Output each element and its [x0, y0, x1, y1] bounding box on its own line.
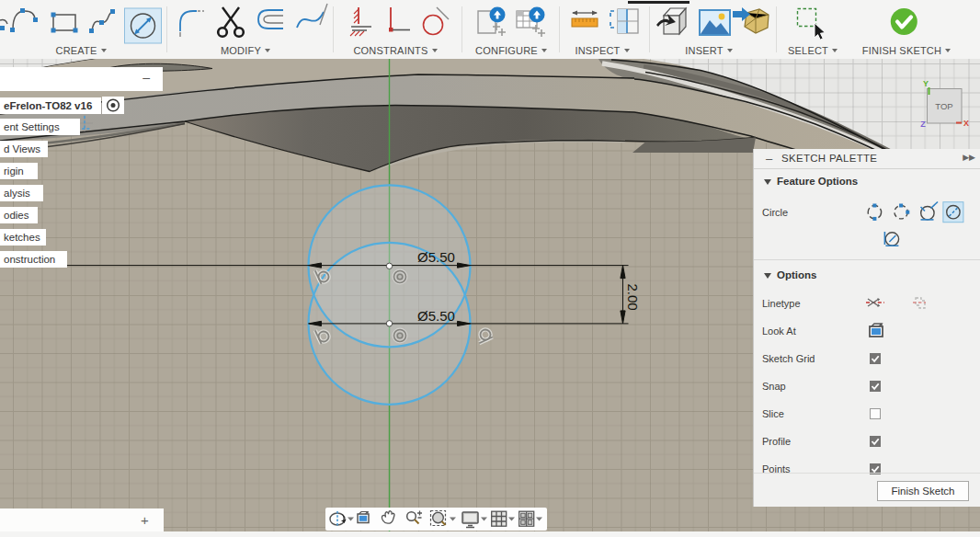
svg-text:Y: Y	[923, 79, 929, 88]
svg-text:Z: Z	[920, 120, 926, 129]
svg-text:Ø5.50: Ø5.50	[417, 249, 455, 265]
svg-text:TOP: TOP	[935, 101, 952, 111]
svg-text:Ø5.50: Ø5.50	[417, 308, 455, 324]
svg-text:2.00: 2.00	[625, 284, 641, 311]
svg-text:X: X	[963, 119, 969, 128]
